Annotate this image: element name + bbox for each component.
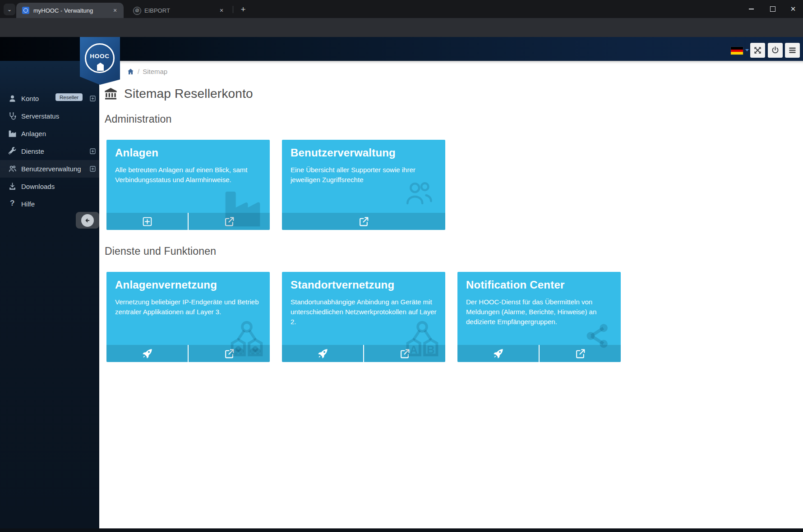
card-benutzerverwaltung[interactable]: Benutzerverwaltung Eine Übersicht aller … <box>282 140 445 230</box>
reseller-badge: Reseller <box>55 93 83 101</box>
sidebar-item-hilfe[interactable]: ? Hilfe <box>0 195 99 213</box>
factory-watermark-icon <box>222 188 263 230</box>
breadcrumb: / Sitemap <box>127 67 167 76</box>
tab-myhooc[interactable]: myHOOC - Verwaltung × <box>16 3 124 18</box>
sidebar-item-label: Dienste <box>21 147 44 155</box>
sidebar-item-konto[interactable]: Konto Reseller <box>0 90 99 107</box>
language-flag-german[interactable] <box>731 47 743 55</box>
tab-eibport[interactable]: @ EIBPORT × <box>127 3 230 18</box>
tab-close-icon[interactable]: × <box>217 6 226 14</box>
svg-text:B: B <box>427 344 434 356</box>
rocket-icon <box>317 348 328 359</box>
open-external-button[interactable] <box>282 213 445 230</box>
hooc-logo-circle: HOOC <box>85 43 115 73</box>
hooc-logo-house-icon <box>97 63 104 71</box>
svg-text:A: A <box>410 344 418 356</box>
hamburger-menu-icon <box>788 46 797 55</box>
browser-toolbar: my.hooc.me/#/app/mngt/reseller/6918/site… <box>0 18 803 37</box>
logout-power-button[interactable] <box>768 43 783 58</box>
rocket-icon <box>142 348 153 359</box>
tab-search-chevron-button[interactable]: ⌄ <box>4 4 15 15</box>
sidebar-item-label: Hilfe <box>21 200 35 208</box>
users-watermark-icon <box>403 179 434 208</box>
launch-button[interactable] <box>457 345 539 362</box>
site-network-watermark-icon: A B <box>404 320 441 361</box>
expand-plus-icon[interactable] <box>90 148 96 154</box>
home-icon[interactable] <box>127 68 134 75</box>
sidebar-item-benutzerverwaltung[interactable]: Benutzerverwaltung <box>0 160 99 178</box>
browser-tabstrip: ⌄ myHOOC - Verwaltung × @ EIBPORT × + ✕ <box>0 0 803 18</box>
sidebar-item-label: Downloads <box>21 183 55 190</box>
external-link-icon <box>358 216 369 227</box>
card-anlagen[interactable]: Anlagen Alle betreuten Anlagen auf einen… <box>106 140 270 230</box>
expand-plus-icon[interactable] <box>90 166 96 172</box>
factory-icon <box>8 129 17 138</box>
sidebar-item-label: Serverstatus <box>21 112 59 120</box>
section-heading-dienste: Dienste und Funktionen <box>105 245 216 257</box>
eibport-favicon: @ <box>133 7 141 15</box>
card-standortvernetzung[interactable]: Standortvernetzung Standortunabhängige A… <box>282 272 445 362</box>
wrench-icon <box>8 147 17 156</box>
breadcrumb-separator: / <box>138 68 139 75</box>
card-anlagenvernetzung[interactable]: Anlagenvernetzung Vernetzung beliebiger … <box>106 272 270 362</box>
fullscreen-arrows-icon <box>753 46 762 55</box>
card-description: Alle betreuten Anlagen auf einen Blick, … <box>115 165 262 185</box>
card-footer <box>282 213 445 230</box>
tab-separator <box>233 6 233 13</box>
window-minimize-button[interactable] <box>743 3 759 15</box>
share-watermark-icon <box>582 321 613 350</box>
add-button[interactable] <box>106 213 188 230</box>
breadcrumb-page[interactable]: Sitemap <box>143 68 167 75</box>
sidebar-item-dienste[interactable]: Dienste <box>0 142 99 160</box>
sidebar-item-label: Benutzerverwaltung <box>21 165 81 173</box>
download-icon <box>8 182 17 191</box>
page-title: Sitemap Resellerkonto <box>124 87 253 101</box>
plus-square-icon <box>142 216 153 227</box>
collapse-arrow-icon <box>81 214 94 227</box>
card-title: Standortvernetzung <box>291 279 394 291</box>
main-content: / Sitemap Sitemap Resellerkonto Administ… <box>99 61 803 528</box>
card-title: Anlagenvernetzung <box>115 279 217 291</box>
tab-title: myHOOC - Verwaltung <box>33 7 108 14</box>
tab-title: EIBPORT <box>144 7 219 14</box>
fullscreen-button[interactable] <box>750 43 765 58</box>
card-title: Anlagen <box>115 147 158 159</box>
power-icon <box>771 46 780 55</box>
screen: { "browser": { "tabs": [ {"title": "myHO… <box>0 0 803 532</box>
section-heading-administration: Administration <box>105 113 172 125</box>
new-tab-button[interactable]: + <box>237 4 249 15</box>
sidebar-collapse-button[interactable] <box>76 212 99 229</box>
sidebar: Konto Reseller Serverstatus Anlagen Dien… <box>0 61 99 528</box>
page-title-bar: Sitemap Resellerkonto <box>103 87 253 101</box>
sidebar-item-downloads[interactable]: Downloads <box>0 178 99 195</box>
sidebar-item-label: Anlagen <box>21 130 46 138</box>
hooc-favicon <box>22 7 29 14</box>
plant-network-watermark-icon <box>228 320 265 361</box>
hooc-logo-ribbon: HOOC <box>80 37 120 85</box>
card-description: Vernetzung beliebiger IP-Endgeräte und B… <box>115 297 262 317</box>
card-notification-center[interactable]: Notification Center Der HOOC-Dienst für … <box>457 272 621 362</box>
app-header <box>0 37 803 61</box>
sidebar-item-serverstatus[interactable]: Serverstatus <box>0 107 99 125</box>
sidebar-item-anlagen[interactable]: Anlagen <box>0 125 99 142</box>
bank-icon <box>103 87 118 101</box>
launch-button[interactable] <box>282 345 363 362</box>
window-maximize-button[interactable] <box>765 3 780 15</box>
tab-close-icon[interactable]: × <box>111 6 119 14</box>
window-close-button[interactable]: ✕ <box>785 3 801 15</box>
stethoscope-icon <box>8 112 17 120</box>
user-icon <box>8 94 17 103</box>
launch-button[interactable] <box>106 345 188 362</box>
card-title: Benutzerverwaltung <box>291 147 396 159</box>
sidebar-item-label: Konto <box>21 95 39 102</box>
rocket-icon <box>493 348 504 359</box>
language-chevron-down-icon[interactable] <box>745 49 749 51</box>
users-icon <box>8 165 17 173</box>
card-title: Notification Center <box>466 279 564 291</box>
app-menu-button[interactable] <box>785 43 800 58</box>
expand-plus-icon[interactable] <box>90 96 96 101</box>
hooc-logo-text: HOOC <box>86 53 113 60</box>
question-icon: ? <box>10 199 14 208</box>
